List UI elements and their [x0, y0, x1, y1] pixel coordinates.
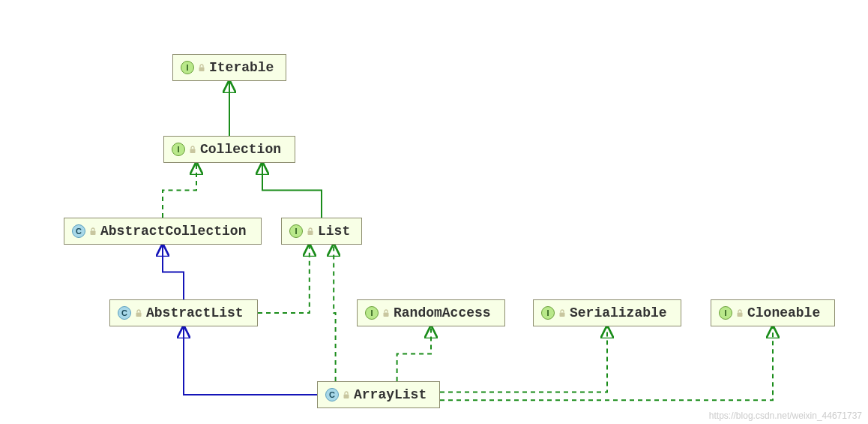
- edge-abstractList-to-abstractCollection: [163, 245, 184, 299]
- lock-icon: [735, 308, 744, 317]
- edge-list-to-collection: [262, 163, 322, 218]
- class-icon: C: [118, 306, 131, 320]
- interface-icon: I: [181, 61, 194, 74]
- node-label: Iterable: [209, 60, 274, 75]
- node-iterable: IIterable: [172, 54, 286, 81]
- edge-arrayList-to-abstractList: [184, 326, 317, 395]
- node-abstractList: CAbstractList: [109, 299, 258, 326]
- node-label: Cloneable: [747, 305, 820, 320]
- interface-icon: I: [541, 306, 555, 320]
- edge-arrayList-to-cloneable: [440, 326, 773, 400]
- svg-rect-0: [199, 68, 205, 72]
- class-icon: C: [72, 224, 85, 238]
- lock-icon: [197, 63, 206, 72]
- node-label: RandomAccess: [394, 305, 491, 320]
- svg-rect-3: [308, 231, 313, 236]
- node-label: Collection: [200, 142, 281, 157]
- svg-rect-5: [384, 313, 389, 317]
- lock-icon: [342, 390, 351, 399]
- node-label: AbstractCollection: [100, 224, 246, 239]
- interface-icon: I: [172, 143, 185, 156]
- lock-icon: [134, 308, 143, 317]
- interface-icon: I: [365, 306, 379, 320]
- node-cloneable: ICloneable: [711, 299, 835, 326]
- interface-icon: I: [289, 224, 303, 238]
- edge-arrayList-to-serializable: [440, 326, 607, 392]
- node-serializable: ISerializable: [533, 299, 681, 326]
- edge-abstractCollection-to-collection: [163, 163, 196, 218]
- node-collection: ICollection: [163, 136, 295, 163]
- edge-arrayList-to-list: [334, 245, 335, 381]
- interface-icon: I: [719, 306, 732, 320]
- lock-icon: [382, 308, 391, 317]
- edge-abstractList-to-list: [258, 245, 310, 313]
- lock-icon: [558, 308, 567, 317]
- svg-rect-6: [560, 313, 565, 317]
- node-list: IList: [281, 218, 362, 245]
- svg-rect-4: [136, 313, 142, 317]
- connector-layer: [0, 0, 868, 424]
- node-abstractCollection: CAbstractCollection: [64, 218, 262, 245]
- svg-rect-1: [190, 149, 196, 154]
- node-label: List: [318, 224, 350, 239]
- svg-rect-8: [344, 395, 349, 399]
- lock-icon: [306, 227, 315, 236]
- node-label: Serializable: [570, 305, 667, 320]
- lock-icon: [188, 145, 197, 154]
- edge-arrayList-to-randomAccess: [397, 326, 431, 381]
- node-label: AbstractList: [146, 305, 244, 320]
- node-arrayList: CArrayList: [317, 381, 440, 408]
- lock-icon: [88, 227, 97, 236]
- svg-rect-7: [738, 313, 743, 317]
- node-randomAccess: IRandomAccess: [357, 299, 505, 326]
- svg-rect-2: [91, 231, 96, 236]
- node-label: ArrayList: [354, 387, 427, 402]
- watermark-text: https://blog.csdn.net/weixin_44671737: [709, 410, 862, 421]
- class-icon: C: [325, 388, 339, 401]
